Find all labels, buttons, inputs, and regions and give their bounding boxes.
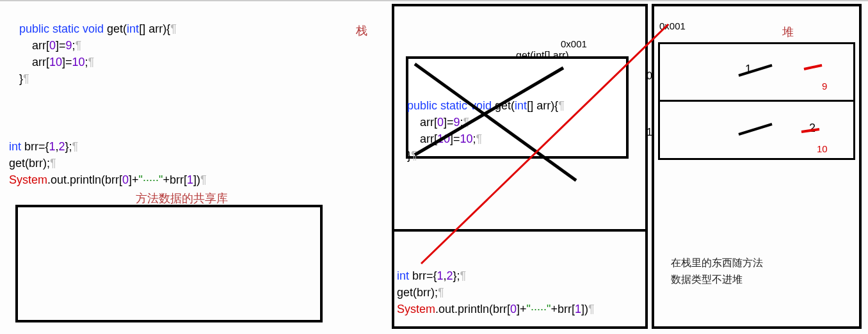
heap-index-1: 1 — [647, 127, 652, 138]
heap-value-10-new: 10 — [817, 143, 828, 154]
code-main-calls: int brr={1,2};¶ get(brr);¶ System.out.pr… — [9, 122, 207, 188]
heap-value-1: 1 — [745, 63, 751, 76]
code-method-def: public static void get(int[] arr){¶ arr[… — [19, 4, 177, 87]
heap-value-2: 2 — [809, 122, 816, 135]
stack-divider — [394, 229, 645, 232]
heap-value-9-new: 9 — [822, 81, 827, 91]
label-stack: 栈 — [356, 23, 367, 38]
box-shared-pool — [15, 205, 323, 322]
label-heap: 堆 — [782, 24, 794, 40]
stack-address-0x001: 0x001 — [561, 38, 587, 49]
label-shared-pool: 方法数据的共享库 — [136, 191, 228, 206]
heap-address-0x001: 0x001 — [659, 20, 686, 31]
heap-array-divider — [658, 100, 855, 102]
stack-code-get: public static void get(int[] arr){¶ arr[… — [407, 81, 565, 164]
heap-index-0: 0 — [647, 70, 652, 82]
heap-note: 在栈里的东西随方法 数据类型不进堆 — [671, 255, 763, 288]
stack-code-main: int brr={1,2};¶ get(brr);¶ System.out.pr… — [397, 251, 595, 317]
